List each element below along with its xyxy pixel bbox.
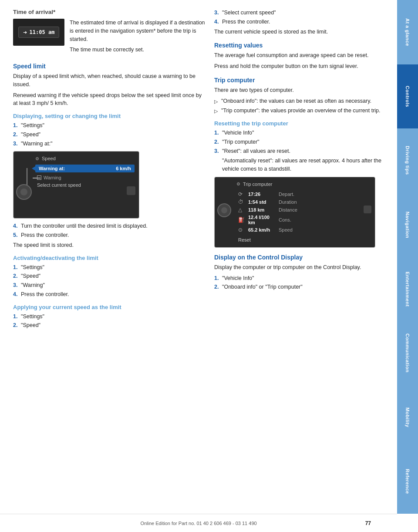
screen-checkbox-row: Warning [35, 175, 135, 180]
arrival-screen: ➜ 11:05 am [18, 27, 60, 38]
auto-reset-text: "Automatically reset": all values are re… [222, 157, 384, 173]
applying-title: Applying your current speed as the limit [13, 304, 206, 310]
displaying-setting-steps-2: 4.Turn the controller until the desired … [13, 222, 206, 239]
speed-screen: ⚙ Speed Warning at: 6 km/h Warning Selec… [13, 151, 139, 219]
display-control-title: Display on the Control Display [214, 254, 384, 261]
sidebar-tab-entertainment[interactable]: Entertainment [397, 257, 418, 321]
sidebar-tab-driving-tips[interactable]: Driving tips [397, 128, 418, 193]
list-item: 4.Press the controller. [13, 290, 206, 299]
main-content: Time of arrival* ➜ 11:05 am The estimate… [0, 0, 397, 340]
displaying-setting-steps-1: 1."Settings" 2."Speed" 3."Warning at:" [13, 121, 206, 148]
screen-warning-label: Warning at: [39, 166, 65, 171]
table-row: △ 118 km Distance [236, 206, 371, 214]
arrival-display-image: ➜ 11:05 am [13, 19, 64, 46]
resetting-values-desc1: The average fuel consumption and average… [214, 51, 384, 60]
sidebar-tab-at-a-glance[interactable]: At a glance [397, 0, 418, 64]
list-item: 3."Select current speed" [214, 9, 384, 17]
screen-warning-value: 6 km/h [116, 166, 131, 171]
activating-title: Activating/deactivating the limit [13, 255, 206, 261]
trip-label-speed: Speed [277, 226, 371, 234]
sidebar-tab-communication[interactable]: Communication [397, 321, 418, 386]
sidebar: At a glance Controls Driving tips Naviga… [397, 0, 418, 514]
trip-right-button [364, 205, 371, 213]
list-item: 1."Settings" [13, 121, 206, 130]
trip-screen: ⚙ Trip computer ⟳ 17:26 Depart. ⏱ 1:54 s… [214, 177, 375, 248]
right-column: 3."Select current speed" 4.Press the con… [214, 9, 384, 331]
trip-value-speed: 65.2 km/h [246, 226, 277, 234]
arrival-arrow-icon: ➜ [23, 30, 27, 35]
resetting-trip-steps: 1."Vehicle Info" 2."Trip computer" 3."Re… [214, 129, 384, 155]
screen-right-button [127, 186, 135, 195]
table-row: ⛽ 12.4 l/100 km Cons. [236, 214, 371, 226]
list-item: 5.Press the controller. [13, 231, 206, 239]
footer-text: Online Edition for Part no. 01 40 2 606 … [140, 521, 256, 526]
list-item: 4.Press the controller. [214, 18, 384, 26]
screen-speed-title: Speed [42, 156, 56, 161]
screen-controller-inner [20, 189, 27, 195]
trip-screen-icon: ⚙ [236, 182, 240, 186]
speed-screen-container: ⚙ Speed Warning at: 6 km/h Warning Selec… [13, 151, 206, 219]
list-item: 3."Warning" [13, 281, 206, 290]
activating-steps: 1."Settings" 2."Speed" 3."Warning" 4.Pre… [13, 263, 206, 299]
list-item: 2."Speed" [13, 321, 206, 330]
trip-controller [217, 203, 231, 217]
arrival-desc2: The time must be correctly set. [13, 46, 206, 54]
trip-controller-inner [221, 207, 227, 213]
screen-warning-row: Warning at: 6 km/h [35, 165, 135, 172]
trip-value-duration: 1:54 std [246, 198, 277, 206]
list-item: 2."Speed" [13, 131, 206, 139]
sidebar-tab-navigation[interactable]: Navigation [397, 193, 418, 257]
list-item: 2."Trip computer" [214, 138, 384, 146]
trip-item-1: ▷ "Onboard info": the values can be rese… [214, 97, 384, 105]
applying-continued-steps: 3."Select current speed" 4.Press the con… [214, 9, 384, 26]
list-item: 1."Vehicle Info" [214, 274, 384, 283]
resetting-values-title: Resetting values [214, 42, 384, 49]
resetting-trip-title: Resetting the trip computer [214, 120, 384, 127]
list-item: 2."Speed" [13, 272, 206, 280]
left-column: Time of arrival* ➜ 11:05 am The estimate… [13, 9, 206, 331]
display-control-desc: Display the computer or trip computer on… [214, 263, 384, 272]
trip-screen-header: ⚙ Trip computer [236, 182, 371, 187]
list-item: 2."Onboard info" or "Trip computer" [214, 283, 384, 291]
list-item: 1."Settings" [13, 263, 206, 272]
list-item: 1."Vehicle Info" [214, 129, 384, 137]
trip-value-depart: 17:26 [246, 190, 277, 198]
callout-line [33, 178, 40, 178]
trip-computer-title: Trip computer [214, 77, 384, 84]
sidebar-tab-reference[interactable]: Reference [397, 450, 418, 514]
screen-header: ⚙ Speed [35, 156, 135, 161]
list-item: 3."Reset": all values are reset. [214, 147, 384, 155]
arrival-time-value: 11:05 am [30, 29, 55, 35]
trip-screen-container: ⚙ Trip computer ⟳ 17:26 Depart. ⏱ 1:54 s… [214, 177, 384, 248]
trip-label-depart: Depart. [277, 190, 371, 198]
speed-limit-desc2: Renewed warning if the vehicle speed dro… [13, 91, 206, 108]
sidebar-tab-mobility[interactable]: Mobility [397, 385, 418, 450]
trip-label-cons: Cons. [277, 214, 371, 226]
applying-result: The current vehicle speed is stored as t… [214, 28, 384, 36]
resetting-values-desc2: Press and hold the computer button on th… [214, 62, 384, 71]
trip-label-distance: Distance [277, 206, 371, 214]
trip-reset-label: Reset [238, 237, 251, 242]
sidebar-tab-controls[interactable]: Controls [397, 64, 418, 129]
list-item: 1."Settings" [13, 313, 206, 321]
table-row: ⟳ 17:26 Depart. [236, 190, 371, 198]
trip-screen-title: Trip computer [243, 182, 272, 187]
trip-icon-cons: ⛽ [236, 214, 246, 226]
trip-icon-distance: △ [236, 206, 246, 214]
arrow-icon-1: ▷ [214, 98, 218, 105]
screen-controller [16, 184, 32, 200]
display-control-steps: 1."Vehicle Info" 2."Onboard info" or "Tr… [214, 274, 384, 292]
displaying-setting-title: Displaying, setting or changing the limi… [13, 113, 206, 119]
speed-limit-desc1: Display of a speed limit which, when rea… [13, 72, 206, 89]
table-row: ⏱ 1:54 std Duration [236, 198, 371, 206]
list-item: 4.Turn the controller until the desired … [13, 222, 206, 230]
trip-value-cons: 12.4 l/100 km [246, 214, 277, 226]
trip-item-2: ▷ "Trip computer": the values provide an… [214, 107, 384, 115]
trip-reset-row: Reset [236, 236, 371, 243]
screen-checkbox-label: Warning [44, 175, 61, 180]
screen-speed-icon: ⚙ [35, 156, 39, 161]
speed-limit-title: Speed limit [13, 63, 206, 70]
list-item: 3."Warning at:" [13, 140, 206, 148]
trip-icon-speed: ⊙ [236, 226, 246, 234]
time-of-arrival-title: Time of arrival* [13, 9, 206, 15]
